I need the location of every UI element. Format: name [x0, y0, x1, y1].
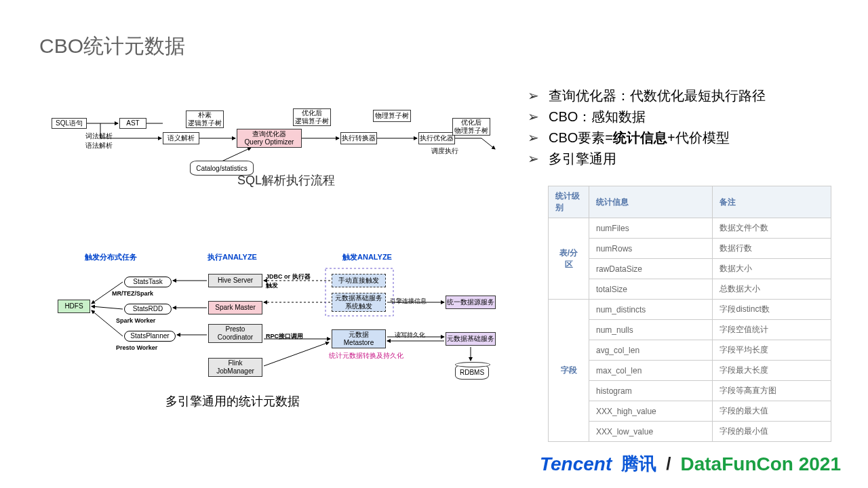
- node-manual-trigger: 手动直接触发: [332, 274, 386, 287]
- table-header: 备注: [713, 186, 831, 218]
- node-rdbms: RDBMS: [455, 362, 489, 380]
- datafuncon-logo: DataFunCon 2021: [681, 453, 842, 475]
- node-stats-task: StatsTask: [124, 277, 172, 287]
- multi-engine-diagram: 触发分布式任务 执行ANALYZE 触发ANALYZE 统计元数据转换及持久化 …: [58, 244, 478, 386]
- slash: /: [666, 453, 671, 474]
- table-row: histogram字段等高直方图: [549, 381, 831, 401]
- table-header: 统计信息: [589, 186, 713, 218]
- svg-line-8: [481, 138, 495, 149]
- header-dist-task: 触发分布式任务: [85, 252, 137, 262]
- diagram2-caption: 多引擎通用的统计元数据: [165, 393, 300, 409]
- node-exec-optimizer: 执行优化器: [418, 132, 455, 144]
- bullet-list: 查询优化器：代数优化最短执行路径CBO：感知数据CBO要素=统计信息+代价模型多…: [528, 87, 766, 171]
- diagram1-caption: SQL解析执行流程: [237, 172, 335, 188]
- node-sql: SQL语句: [52, 118, 87, 129]
- node-query-optimizer: 查询优化器 Query Optimizer: [237, 129, 302, 148]
- node-exec-transformer: 执行转换器: [340, 132, 377, 144]
- bullet-item: 查询优化器：代数优化最短执行路径: [528, 87, 766, 105]
- tencent-cn-logo: 腾讯: [621, 452, 656, 476]
- table-row: max_col_len字段最大长度: [549, 361, 831, 381]
- node-semantic: 语义解析: [163, 132, 199, 144]
- tencent-logo: Tencent: [540, 453, 612, 475]
- svg-line-9: [222, 148, 251, 161]
- label-spark-worker: Spark Worker: [116, 317, 155, 324]
- node-physical-tree: 物理算子树: [373, 110, 411, 122]
- table-header: 统计级别: [549, 186, 589, 218]
- table-row: 字段num_distincts字段distinct数: [549, 300, 831, 320]
- footer: Tencent 腾讯 / DataFunCon 2021: [540, 452, 841, 476]
- label-persist: 统计元数据转换及持久化: [329, 351, 403, 361]
- node-meta-trigger: 元数据基础服务 系统触发: [332, 293, 386, 312]
- label-mr-tez-spark: MR/TEZ/Spark: [112, 290, 153, 297]
- table-row: numRows数据行数: [549, 239, 831, 259]
- bullet-item: CBO：感知数据: [528, 108, 766, 126]
- table-row: rawDataSize数据大小: [549, 259, 831, 279]
- node-meta-base-service: 元数据基础服务: [446, 332, 496, 346]
- table-row: XXX_low_value字段的最小值: [549, 422, 831, 442]
- label-lex-parse: 词法解析 语法解析: [85, 131, 113, 150]
- node-hdfs: HDFS: [58, 300, 90, 313]
- svg-line-19: [264, 342, 329, 366]
- node-spark-master: Spark Master: [208, 301, 262, 314]
- label-engine-conn: 引擎连接信息: [390, 297, 427, 306]
- node-hive-server: Hive Server: [208, 274, 262, 287]
- node-stats-planner: StatsPlanner: [124, 331, 176, 342]
- label-presto-worker: Presto Worker: [116, 344, 157, 351]
- label-jdbc-trigger: JDBC or 执行器 触发: [266, 272, 328, 290]
- table-row: num_nulls字段空值统计: [549, 320, 831, 340]
- node-stats-rdd: StatsRDD: [124, 304, 172, 314]
- bullet-item: CBO要素=统计信息+代价模型: [528, 129, 766, 147]
- slide-title: CBO统计元数据: [39, 33, 185, 60]
- node-opt-logic-tree: 优化后 逻辑算子树: [293, 108, 331, 126]
- label-rw-persist: 读写持久化: [395, 331, 425, 340]
- header-trigger-analyze: 触发ANALYZE: [342, 252, 392, 262]
- table-row: XXX_high_value字段的最大值: [549, 401, 831, 422]
- table-row: 表/分区numFiles数据文件个数: [549, 218, 831, 239]
- svg-line-11: [92, 306, 123, 309]
- node-presto-coordinator: Presto Coordinator: [208, 324, 262, 343]
- label-rpc-call: RPC接口调用: [266, 332, 303, 341]
- table-row: totalSize总数据大小: [549, 279, 831, 300]
- header-exec-analyze: 执行ANALYZE: [208, 252, 257, 262]
- node-naive-tree: 朴素 逻辑算子树: [186, 110, 224, 128]
- node-opt-physical-tree: 优化后 物理算子树: [452, 118, 490, 136]
- table-row: avg_col_len字段平均长度: [549, 340, 831, 361]
- node-metastore: 元数据 Metastore: [332, 329, 386, 348]
- bullet-item: 多引擎通用: [528, 150, 766, 168]
- stats-table: 统计级别统计信息备注 表/分区numFiles数据文件个数numRows数据行数…: [548, 186, 831, 442]
- node-unified-source: 统一数据源服务: [446, 296, 496, 309]
- node-ast: AST: [119, 118, 146, 129]
- node-flink-jobmanager: Flink JobManager: [208, 358, 262, 377]
- label-schedule-exec: 调度执行: [431, 146, 458, 156]
